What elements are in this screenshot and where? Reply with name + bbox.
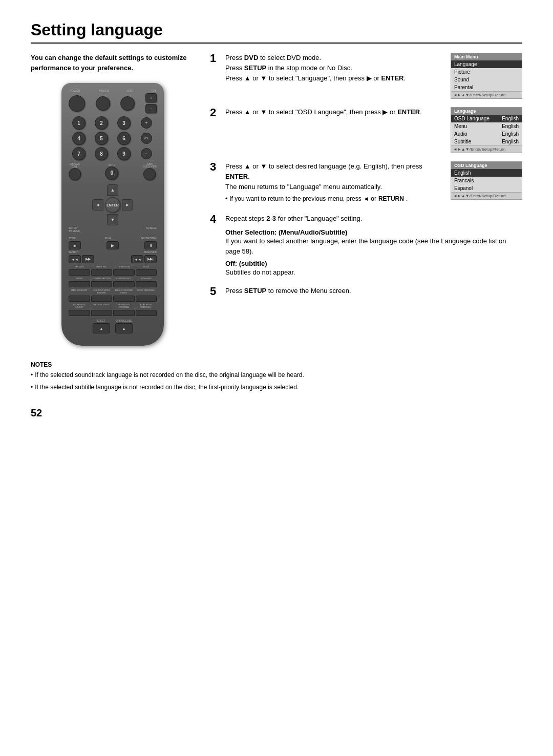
btn-6[interactable]: 6 <box>117 132 131 145</box>
display-call-button[interactable] <box>69 168 81 180</box>
tv-monitor-button[interactable] <box>113 269 135 276</box>
setup-bold-5: SETUP <box>244 287 266 295</box>
step-1-content: Press DVD to select DVD mode. Press SETU… <box>225 53 522 99</box>
btn-8[interactable]: 8 <box>95 147 108 160</box>
step-5-number: 5 <box>210 286 220 297</box>
step-1-text-block: Press DVD to select DVD mode. Press SETU… <box>225 53 445 83</box>
dvd-label: DVD <box>127 89 134 92</box>
enter-bold-3: ENTER <box>225 173 248 180</box>
next-button[interactable]: ▶▶| <box>144 255 157 263</box>
rec-otr-button[interactable] <box>69 269 90 276</box>
sleep-button[interactable] <box>69 281 90 287</box>
small-buttons-section: REC/OTR TIMER REC TV MONITOR SLOW <box>69 265 157 316</box>
30sec-adv-button[interactable] <box>136 281 157 287</box>
btn-7[interactable]: 7 <box>72 147 86 160</box>
eject-button[interactable]: ▲ <box>93 323 110 333</box>
step-3-menu-nav-hint: ◄►▲▼/Enter/Setup/Return <box>451 192 522 199</box>
main-menu-button[interactable] <box>69 296 90 302</box>
ffwd-button[interactable]: ▶▶ <box>82 255 94 263</box>
jump-button[interactable] <box>143 168 156 180</box>
note-item-1: • If the selected soundtrack language is… <box>31 370 522 380</box>
slow-button[interactable] <box>136 269 157 276</box>
step-2-menu: Language OSD LanguageEnglish MenuEnglish… <box>451 107 522 153</box>
open-close-group: OPEN/CLOSE ▲ <box>115 319 133 333</box>
return-button[interactable] <box>91 310 113 316</box>
step-2-menu-audio: AudioEnglish <box>451 130 522 138</box>
btn-2[interactable]: 2 <box>95 116 108 130</box>
step-3-menu-espanol: Espanol <box>451 184 522 192</box>
small-btn-row-3 <box>69 296 157 302</box>
step-1-menu-item-sound: Sound <box>451 76 522 83</box>
play-mode-button[interactable] <box>136 310 157 316</box>
eject-row: EJECT ▲ OPEN/CLOSE ▲ <box>69 319 157 333</box>
note-1-text: If the selected soundtrack language is n… <box>35 370 304 380</box>
dvd-button[interactable] <box>120 96 135 111</box>
dpad-up-button[interactable]: ▲ <box>107 184 118 196</box>
off-subtitle-text: Subtitles do not appear. <box>225 267 522 278</box>
off-subtitle-title: Off: (subtitle) <box>225 260 522 267</box>
vol-up-button[interactable]: + <box>141 117 152 129</box>
small-btn-labels-1: REC/OTR TIMER REC TV MONITOR SLOW <box>69 265 157 268</box>
btn-1[interactable]: 1 <box>72 116 86 130</box>
setup-bold-1: SETUP <box>244 64 266 72</box>
dpad: ▲ ◄ ENTER ► ▼ <box>92 184 133 225</box>
step-2-menu-title: Language <box>451 108 522 115</box>
enter-button[interactable]: ENTER <box>105 197 120 213</box>
angle-button[interactable] <box>113 296 135 302</box>
transport-section: STOP PLAY PAUSE/STILL ■ ▶ ⏸ SEARCH INDEX… <box>69 237 157 333</box>
step-1-line-1: Press DVD to select DVD mode. <box>225 53 445 63</box>
tvvcr-button[interactable] <box>96 96 110 111</box>
audio-select-button[interactable] <box>113 281 135 287</box>
btn-9[interactable]: 9 <box>117 147 131 160</box>
vol-down-button[interactable]: − <box>141 148 152 159</box>
subtitle-button[interactable] <box>91 296 113 302</box>
steps-section: 1 Press DVD to select DVD mode. Press SE… <box>210 53 522 297</box>
return-bold: RETURN <box>378 194 404 203</box>
main-layout: You can change the default settings to c… <box>31 53 522 346</box>
btn-5[interactable]: 5 <box>95 132 108 145</box>
remote-control: POWER TV/VCR DVD CH + − 1 <box>61 83 164 346</box>
step-1-menu-box: Main Menu Language Picture Sound Parenta… <box>451 53 522 99</box>
btn-0[interactable]: 0 <box>105 166 118 180</box>
dpad-down-button[interactable]: ▼ <box>107 214 118 225</box>
small-btn-row-1 <box>69 269 157 276</box>
zoom-button[interactable] <box>69 310 90 316</box>
btn-3[interactable]: 3 <box>117 116 131 130</box>
page-title: Setting language <box>31 20 522 39</box>
step-4-bold-23: 2 <box>266 215 270 222</box>
ch-minus-button[interactable]: − <box>145 104 157 113</box>
dpad-right-button[interactable]: ► <box>122 199 133 211</box>
remote-wrapper: POWER TV/VCR DVD CH + − 1 <box>31 83 195 346</box>
play-button[interactable]: ▶ <box>107 241 119 249</box>
rew-button[interactable]: ◄◄ <box>69 255 81 263</box>
open-close-button[interactable]: ▲ <box>115 323 133 333</box>
transport-top-labels: STOP PLAY PAUSE/STILL <box>69 237 157 240</box>
menu-button[interactable] <box>136 296 157 302</box>
setup-tv-menu-label: SETUPTV MENU <box>69 226 80 233</box>
mute-label: MUTE <box>109 164 115 166</box>
notes-title: NOTES <box>31 361 522 368</box>
title-divider <box>31 43 522 44</box>
timer-rec-button[interactable] <box>91 269 113 276</box>
small-btn-row-2 <box>69 281 157 287</box>
note-2-text: If the selected subtitle language is not… <box>35 383 299 392</box>
ch-plus-button[interactable]: + <box>145 93 157 102</box>
tvvcr-label: TV/VCR <box>99 89 109 92</box>
step-3-number: 3 <box>210 161 220 173</box>
top-buttons-row: + − <box>69 93 157 113</box>
step-1-line-2: Press SETUP in the stop mode or No Disc. <box>225 63 445 73</box>
small-btn-labels-3: MAIN MENU ATR SUB TITLE ZERO RETURN ANGL… <box>69 289 157 294</box>
step-1: 1 Press DVD to select DVD mode. Press SE… <box>210 53 522 99</box>
pause-button[interactable]: ⏸ <box>144 241 157 249</box>
left-column: You can change the default settings to c… <box>31 53 195 346</box>
stop-button[interactable]: ■ <box>69 241 81 249</box>
step-4-content: Repeat steps 2-3 for other "Language" se… <box>225 214 522 278</box>
jump-label: JUMPQUICK VIEW <box>143 163 157 168</box>
repeat-ab-button[interactable] <box>113 310 135 316</box>
btn-4[interactable]: 4 <box>72 132 86 145</box>
closed-caption-button[interactable] <box>91 281 113 287</box>
power-button[interactable] <box>69 95 85 112</box>
dpad-left-button[interactable]: ◄ <box>92 199 103 211</box>
prev-button[interactable]: |◄◄ <box>131 255 143 263</box>
step-1-menu-item-parental: Parental <box>451 83 522 91</box>
